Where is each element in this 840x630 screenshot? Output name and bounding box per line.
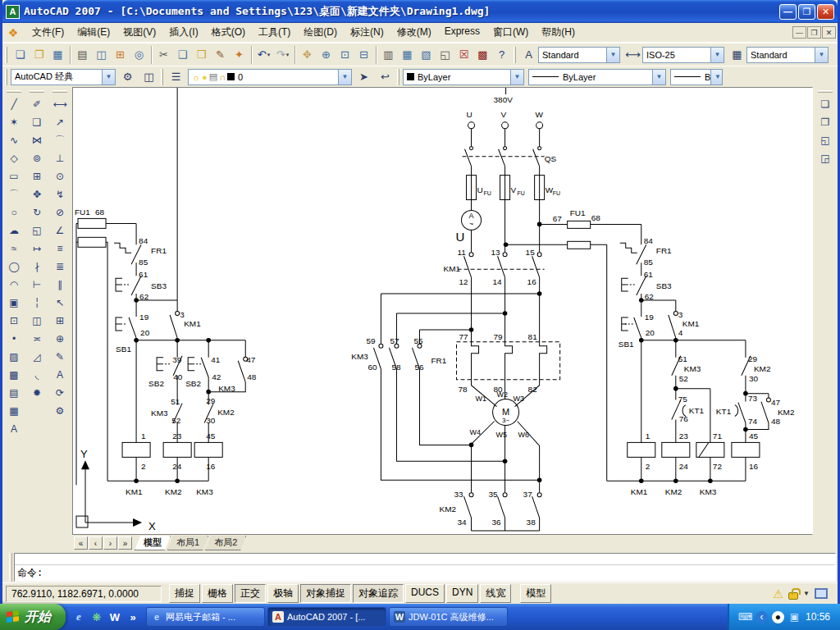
send-under-objects-button[interactable]: ◲ xyxy=(815,149,835,167)
menu-item[interactable]: 帮助(H) xyxy=(535,23,582,42)
first-tab-button[interactable]: « xyxy=(74,536,88,550)
lineweight-combo[interactable]: B▼ xyxy=(670,69,723,85)
security-alert-icon[interactable]: ▣ xyxy=(788,611,801,623)
status-toggle-正交[interactable]: 正交 xyxy=(235,584,266,603)
quickcalc-button[interactable]: ▩ xyxy=(473,46,492,64)
linetype-combo[interactable]: ByLayer▼ xyxy=(528,69,666,85)
layer-manager-button[interactable]: ☰ xyxy=(167,68,185,86)
chevron-down-icon[interactable]: ▼ xyxy=(815,48,828,62)
hatch-button[interactable]: ▨ xyxy=(4,348,24,366)
prev-tab-button[interactable]: ‹ xyxy=(89,536,103,550)
multiline-text-button[interactable]: A xyxy=(4,420,24,438)
chevron-down-icon[interactable]: ▼ xyxy=(338,70,351,84)
status-menu-arrow-icon[interactable]: ▼ xyxy=(803,590,810,597)
command-window[interactable]: 命令: xyxy=(2,551,838,582)
explode-button[interactable]: ✹ xyxy=(27,384,47,402)
ellipse-button[interactable]: ◯ xyxy=(4,258,24,276)
toolbar-grip[interactable] xyxy=(7,90,21,93)
toolbar-grip[interactable] xyxy=(5,47,7,63)
dim-style-combo[interactable]: ISO-25▼ xyxy=(642,47,724,63)
color-combo[interactable]: ByLayer▼ xyxy=(403,69,524,85)
command-prompt[interactable]: 命令: xyxy=(15,564,835,581)
autocad-flame-icon[interactable]: ❖ xyxy=(6,25,21,40)
3d-dwf-button[interactable]: ◎ xyxy=(130,46,148,64)
arc-button[interactable]: ⌒ xyxy=(4,185,24,203)
status-toggle-对象追踪[interactable]: 对象追踪 xyxy=(353,584,404,603)
menu-item[interactable]: Express xyxy=(438,23,486,42)
status-toggle-DUCS[interactable]: DUCS xyxy=(405,584,445,603)
new-button[interactable]: ❏ xyxy=(11,46,30,64)
messenger-icon[interactable]: ❋ xyxy=(90,610,103,623)
menu-item[interactable]: 窗口(W) xyxy=(486,23,535,42)
status-toggle-模型[interactable]: 模型 xyxy=(520,584,551,603)
extend-button[interactable]: ⊢ xyxy=(27,276,47,294)
line-button[interactable]: ╱ xyxy=(4,95,24,113)
language-bar-icon[interactable]: ‹ xyxy=(756,611,768,623)
toolbar-grip[interactable] xyxy=(30,90,44,93)
plot-preview-button[interactable]: ◫ xyxy=(92,46,111,64)
break-at-point-button[interactable]: ╎ xyxy=(27,294,47,312)
help-button[interactable]: ? xyxy=(492,46,511,64)
dim-baseline-button[interactable]: ≣ xyxy=(50,258,70,276)
rotate-button[interactable]: ↻ xyxy=(27,203,47,221)
markup-button[interactable]: ☒ xyxy=(454,46,473,64)
layer-previous-button[interactable]: ↩ xyxy=(376,68,395,86)
toolbar-grip[interactable] xyxy=(818,90,833,93)
table-style-button[interactable]: ▦ xyxy=(728,46,746,64)
send-to-back-button[interactable]: ❐ xyxy=(815,113,835,131)
dim-edit-button[interactable]: ✎ xyxy=(50,348,70,366)
more-icon[interactable]: » xyxy=(126,610,139,623)
undo-button[interactable]: ↶▾ xyxy=(254,46,273,64)
status-toggle-栅格[interactable]: 栅格 xyxy=(202,584,233,603)
dim-ordinate-button[interactable]: ⊥ xyxy=(50,149,70,167)
ime-keyboard-icon[interactable]: ⌨ xyxy=(739,611,751,623)
save-workspace-button[interactable]: ◫ xyxy=(139,68,158,86)
spline-button[interactable]: ≈ xyxy=(4,240,24,258)
erase-button[interactable]: ✐ xyxy=(27,95,47,113)
block-editor-button[interactable]: ✦ xyxy=(230,46,249,64)
tool-palettes-button[interactable]: ▧ xyxy=(417,46,436,64)
last-tab-button[interactable]: » xyxy=(118,536,132,550)
revision-cloud-button[interactable]: ☁ xyxy=(4,221,24,240)
circuit-drawing[interactable]: 380VUVWQSUFUVFUWFUA~U67FU168111315KM1121… xyxy=(73,88,812,534)
table-button[interactable]: ▦ xyxy=(4,402,24,420)
stretch-button[interactable]: ↦ xyxy=(27,240,47,258)
menu-item[interactable]: 视图(V) xyxy=(116,23,162,42)
status-toggle-线宽[interactable]: 线宽 xyxy=(480,584,511,603)
dim-continue-button[interactable]: ∥ xyxy=(50,276,70,294)
dim-style-button[interactable]: ⟷ xyxy=(623,46,642,64)
workspace-settings-button[interactable]: ⚙ xyxy=(118,68,137,86)
status-toggle-捕捉[interactable]: 捕捉 xyxy=(169,584,200,603)
toolbar-grip[interactable] xyxy=(397,69,399,85)
dim-angular-button[interactable]: ∠ xyxy=(50,221,70,240)
clean-screen-button[interactable] xyxy=(815,588,828,599)
toolbar-grip[interactable] xyxy=(514,47,516,63)
dim-jogged-button[interactable]: ↯ xyxy=(50,185,70,203)
layer-lock-icon[interactable]: ∩ xyxy=(219,72,226,82)
drawing-canvas[interactable]: 380VUVWQSUFUVFUWFUA~U67FU168111315KM1121… xyxy=(72,87,813,535)
zoom-realtime-button[interactable]: ⊕ xyxy=(317,46,336,64)
mdi-restore-button[interactable]: ❐ xyxy=(807,26,821,39)
taskbar-task[interactable]: AAutoCAD 2007 - [... xyxy=(267,607,386,627)
menu-item[interactable]: 格式(O) xyxy=(205,23,252,42)
text-style-button[interactable]: A xyxy=(519,46,538,64)
chevron-down-icon[interactable]: ▼ xyxy=(710,70,723,84)
dropdown-arrow-icon[interactable]: ▾ xyxy=(267,52,271,58)
dim-aligned-button[interactable]: ↗ xyxy=(50,113,70,131)
dim-diameter-button[interactable]: ⊘ xyxy=(50,203,70,221)
offset-button[interactable]: ⊚ xyxy=(27,149,47,167)
toolbar-grip[interactable] xyxy=(161,69,163,85)
dim-update-button[interactable]: ⟳ xyxy=(50,384,70,402)
point-button[interactable]: • xyxy=(4,330,24,348)
sheet-set-manager-button[interactable]: ◱ xyxy=(436,46,454,64)
trim-button[interactable]: ∤ xyxy=(27,258,47,276)
open-button[interactable]: ❐ xyxy=(30,46,48,64)
mdi-close-button[interactable]: ✕ xyxy=(822,26,836,39)
mdi-minimize-button[interactable]: — xyxy=(792,26,806,39)
tab-布局2[interactable]: 布局2 xyxy=(205,536,246,550)
menu-item[interactable]: 修改(M) xyxy=(390,23,438,42)
status-toggle-DYN[interactable]: DYN xyxy=(446,584,478,603)
pan-button[interactable]: ✥ xyxy=(298,46,317,64)
status-toggle-极轴[interactable]: 极轴 xyxy=(267,584,299,603)
bring-to-front-button[interactable]: ❏ xyxy=(815,95,835,113)
